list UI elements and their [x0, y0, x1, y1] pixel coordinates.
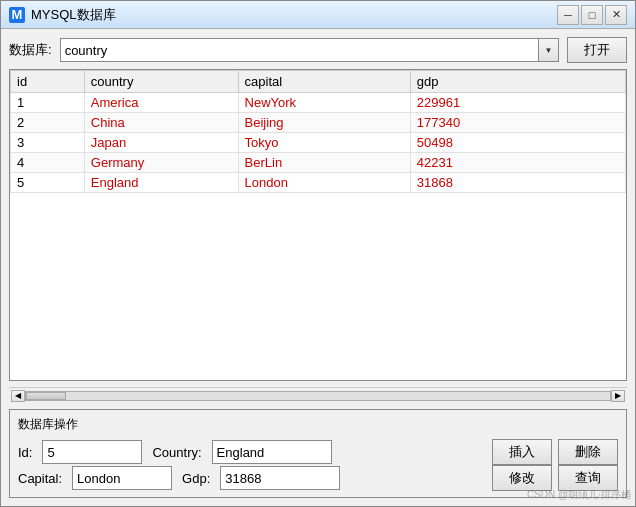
cell-capital: Beijing: [238, 113, 410, 133]
cell-country: England: [84, 173, 238, 193]
close-button[interactable]: ✕: [605, 5, 627, 25]
table-row[interactable]: 3JapanTokyo50498: [11, 133, 626, 153]
cell-country: America: [84, 93, 238, 113]
col-header-capital: capital: [238, 71, 410, 93]
cell-capital: NewYork: [238, 93, 410, 113]
capital-label: Capital:: [18, 471, 62, 486]
country-form-label: Country:: [152, 445, 201, 460]
btn-group-1: 插入 删除: [492, 439, 618, 465]
insert-button[interactable]: 插入: [492, 439, 552, 465]
maximize-button[interactable]: □: [581, 5, 603, 25]
cell-country: China: [84, 113, 238, 133]
bottom-panel-title: 数据库操作: [18, 416, 618, 433]
gdp-input[interactable]: [220, 466, 340, 490]
cell-id: 5: [11, 173, 85, 193]
content-area: 数据库: ▼ 打开 id country capital gdp: [1, 29, 635, 506]
delete-button[interactable]: 删除: [558, 439, 618, 465]
db-selector-row: 数据库: ▼ 打开: [9, 37, 627, 63]
cell-id: 3: [11, 133, 85, 153]
id-label: Id:: [18, 445, 32, 460]
watermark: CSDN @胡须儿·排序桶: [527, 488, 631, 502]
dropdown-arrow-icon[interactable]: ▼: [539, 38, 559, 62]
cell-gdp: 50498: [410, 133, 625, 153]
cell-gdp: 229961: [410, 93, 625, 113]
cell-country: Germany: [84, 153, 238, 173]
window-title: MYSQL数据库: [31, 6, 116, 24]
capital-input[interactable]: [72, 466, 172, 490]
cell-capital: London: [238, 173, 410, 193]
scroll-left-arrow[interactable]: ◀: [11, 390, 25, 402]
scroll-thumb[interactable]: [26, 392, 66, 400]
table-row[interactable]: 4GermanyBerLin42231: [11, 153, 626, 173]
window-content: 数据库: ▼ 打开 id country capital gdp: [1, 29, 635, 506]
horizontal-scrollbar[interactable]: ◀ ▶: [9, 387, 627, 403]
title-bar-left: M MYSQL数据库: [9, 6, 116, 24]
data-table-container: id country capital gdp 1AmericaNewYork22…: [9, 69, 627, 381]
db-label: 数据库:: [9, 41, 52, 59]
table-row[interactable]: 2ChinaBeijing177340: [11, 113, 626, 133]
cell-capital: BerLin: [238, 153, 410, 173]
cell-gdp: 177340: [410, 113, 625, 133]
scroll-track[interactable]: [25, 391, 611, 401]
db-input[interactable]: [60, 38, 539, 62]
cell-id: 4: [11, 153, 85, 173]
title-buttons: ─ □ ✕: [557, 5, 627, 25]
country-input[interactable]: [212, 440, 332, 464]
gdp-label: Gdp:: [182, 471, 210, 486]
form-row-1: Id: Country: 插入 删除: [18, 439, 618, 465]
db-select-wrapper: ▼: [60, 38, 559, 62]
col-header-id: id: [11, 71, 85, 93]
cell-id: 1: [11, 93, 85, 113]
cell-gdp: 42231: [410, 153, 625, 173]
app-icon: M: [9, 7, 25, 23]
scroll-right-arrow[interactable]: ▶: [611, 390, 625, 402]
table-header-row: id country capital gdp: [11, 71, 626, 93]
col-header-country: country: [84, 71, 238, 93]
cell-id: 2: [11, 113, 85, 133]
cell-gdp: 31868: [410, 173, 625, 193]
cell-country: Japan: [84, 133, 238, 153]
id-input[interactable]: [42, 440, 142, 464]
table-row[interactable]: 1AmericaNewYork229961: [11, 93, 626, 113]
bottom-panel: 数据库操作 Id: Country: 插入 删除 Capital:: [9, 409, 627, 498]
minimize-button[interactable]: ─: [557, 5, 579, 25]
table-row[interactable]: 5EnglandLondon31868: [11, 173, 626, 193]
title-bar: M MYSQL数据库 ─ □ ✕: [1, 1, 635, 29]
cell-capital: Tokyo: [238, 133, 410, 153]
col-header-gdp: gdp: [410, 71, 625, 93]
open-button[interactable]: 打开: [567, 37, 627, 63]
main-window: M MYSQL数据库 ─ □ ✕ 数据库: ▼ 打开: [0, 0, 636, 507]
data-table: id country capital gdp 1AmericaNewYork22…: [10, 70, 626, 193]
